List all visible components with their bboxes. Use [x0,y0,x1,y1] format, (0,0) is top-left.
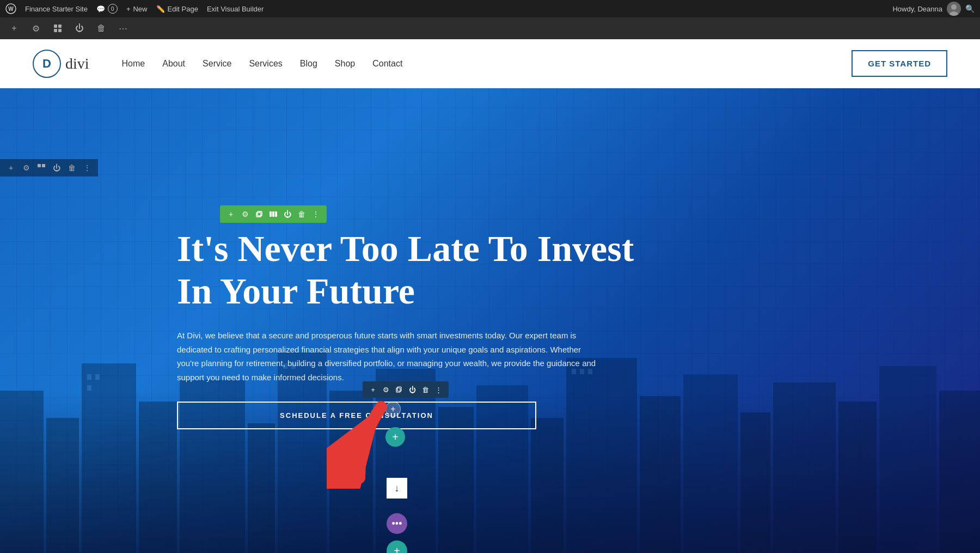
module-power-icon[interactable]: ⏻ [407,385,417,394]
svg-rect-8 [58,29,62,32]
section-settings-icon[interactable]: ⚙ [21,162,32,173]
svg-rect-31 [87,385,91,391]
nav-contact[interactable]: Contact [372,59,402,69]
row-trash-icon[interactable]: 🗑 [296,209,307,220]
section-trash-icon[interactable]: 🗑 [66,162,77,173]
edit-page-label: Edit Page [168,5,198,13]
module-settings-icon[interactable]: ⚙ [381,385,391,394]
section-toolbar: + ⚙ ⏻ 🗑 ⋮ [0,159,98,177]
svg-rect-41 [270,211,272,217]
builder-trash-icon[interactable]: 🗑 [94,21,109,36]
svg-rect-37 [38,164,41,167]
nav-services[interactable]: Services [249,59,282,69]
svg-rect-39 [256,212,261,217]
svg-text:W: W [8,6,14,12]
logo-circle: D [33,50,61,78]
hero-cta-button[interactable]: SCHEDULE A FREE CONSULTATION [177,402,536,429]
nav-about[interactable]: About [162,59,185,69]
plus-icon: + [126,5,131,13]
builder-settings-icon[interactable]: ⚙ [28,21,44,36]
row-power-icon[interactable]: ⏻ [282,209,293,220]
svg-rect-40 [258,211,262,216]
svg-rect-7 [54,29,57,32]
svg-rect-43 [275,211,277,217]
comment-count: 0 [108,4,118,14]
hero-content: It's Never Too Late To Invest In Your Fu… [177,227,642,429]
svg-rect-38 [42,164,45,167]
nav-home[interactable]: Home [122,59,145,69]
nav-shop[interactable]: Shop [335,59,355,69]
exit-builder-item[interactable]: Exit Visual Builder [207,5,264,13]
logo-letter: D [42,57,51,71]
module-toolbar: + ⚙ ⏻ 🗑 ⋮ [363,381,449,398]
exit-builder-label: Exit Visual Builder [207,5,264,13]
new-label: New [133,5,147,13]
builder-toolbar: + ⚙ ⏻ 🗑 ⋯ [0,17,980,39]
edit-page-item[interactable]: ✏️ Edit Page [156,5,198,13]
get-started-button[interactable]: GET STARTED [852,50,947,77]
hero-title: It's Never Too Late To Invest In Your Fu… [177,227,642,312]
svg-rect-30 [95,374,100,380]
plus-green-circle[interactable]: + [385,427,405,447]
hero-description: At Divi, we believe that a secure and pr… [177,329,602,384]
inner-plus-circle[interactable]: + [385,402,401,417]
builder-power-icon[interactable]: ⏻ [72,21,87,36]
logo-text: divi [65,55,89,72]
module-add-icon[interactable]: + [368,385,378,394]
section-add-icon[interactable]: + [5,162,16,173]
section-power-icon[interactable]: ⏻ [51,162,62,173]
hero-section: + ⚙ ⏻ 🗑 ⋮ + ⚙ ⏻ 🗑 ⋮ It's Never Too Late … [0,88,980,553]
builder-more-icon[interactable]: ⋯ [115,21,131,36]
module-more-icon[interactable]: ⋮ [433,385,443,394]
logo-area[interactable]: D divi [33,50,89,78]
svg-rect-5 [54,25,57,28]
row-copy-icon[interactable] [254,209,265,220]
wp-logo-item[interactable]: W [5,3,16,14]
site-header: D divi Home About Service Services Blog … [0,39,980,88]
nav-service[interactable]: Service [203,59,231,69]
nav-blog[interactable]: Blog [300,59,317,69]
pencil-icon: ✏️ [156,5,165,13]
builder-layout-icon[interactable] [50,21,65,36]
module-trash-icon[interactable]: 🗑 [420,385,430,394]
howdy-area: Howdy, Deanna 🔍 [892,2,975,16]
builder-add-icon[interactable]: + [7,21,22,36]
site-name: Finance Starter Site [25,5,88,13]
new-item[interactable]: + New [126,5,148,13]
svg-rect-29 [87,374,91,380]
site-name-item[interactable]: Finance Starter Site [25,5,88,13]
user-avatar[interactable] [947,2,961,16]
dots-purple-circle[interactable]: ••• [387,513,407,534]
module-copy-icon[interactable] [394,385,404,394]
search-icon[interactable]: 🔍 [965,4,975,13]
section-more-icon[interactable]: ⋮ [82,162,93,173]
row-columns-icon[interactable] [268,209,279,220]
svg-rect-42 [272,211,274,217]
comments-item[interactable]: 💬 0 [96,4,118,14]
svg-point-3 [951,4,957,10]
svg-rect-45 [397,387,401,391]
main-nav: Home About Service Services Blog Shop Co… [122,59,403,69]
admin-bar: W Finance Starter Site 💬 0 + New ✏️ Edit… [0,0,980,17]
comment-icon: 💬 [96,5,105,13]
row-toolbar: + ⚙ ⏻ 🗑 ⋮ [220,205,327,223]
section-layout-icon[interactable] [36,162,47,173]
row-settings-icon[interactable]: ⚙ [240,209,250,220]
down-arrow-box[interactable]: ↓ [387,478,407,499]
row-more-icon[interactable]: ⋮ [310,209,321,220]
howdy-text: Howdy, Deanna [892,5,942,13]
svg-rect-44 [396,388,400,392]
row-add-icon[interactable]: + [225,209,236,220]
svg-rect-6 [58,25,62,28]
